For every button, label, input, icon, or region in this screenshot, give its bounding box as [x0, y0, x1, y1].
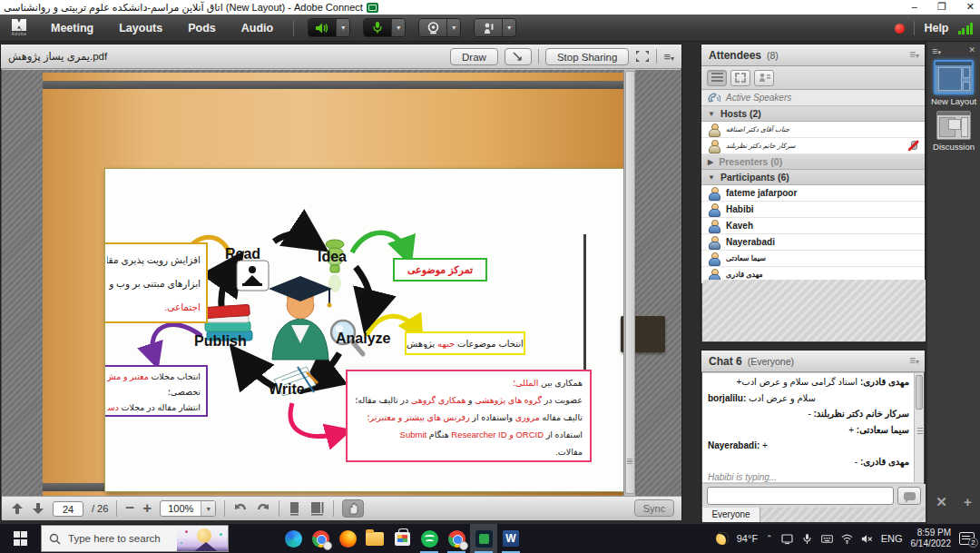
- draw-button[interactable]: Draw: [450, 48, 498, 65]
- fit-page-icon[interactable]: [288, 501, 301, 516]
- participant-icon: [708, 220, 720, 232]
- attendee-row[interactable]: Nayerabadi: [701, 234, 925, 251]
- taskbar-store-icon[interactable]: [388, 524, 416, 553]
- participants-section-header[interactable]: ▼ Participants (6): [701, 170, 925, 185]
- taskbar-spotify-icon[interactable]: [416, 524, 443, 553]
- chat-scrollbar[interactable]: [914, 373, 924, 482]
- menu-audio[interactable]: Audio: [229, 15, 286, 42]
- attendee-row-host-2[interactable]: سرکار خانم دکتر نظربلند: [701, 138, 925, 154]
- zoom-dropdown-icon[interactable]: ▾: [201, 501, 215, 516]
- close-button[interactable]: ✕: [966, 0, 975, 14]
- help-menu[interactable]: Help: [924, 22, 948, 35]
- next-page-button[interactable]: [32, 502, 44, 515]
- recording-indicator-icon[interactable]: [895, 24, 905, 34]
- attendee-row[interactable]: Habibi: [701, 202, 925, 218]
- close-pod-icon[interactable]: ✕: [936, 494, 947, 510]
- document-scrollbar-thumb[interactable]: [625, 71, 635, 494]
- zoom-out-button[interactable]: −: [125, 502, 134, 515]
- attendees-pod: Attendees (8) ≡▾: [701, 44, 926, 343]
- chat-tab-everyone[interactable]: Everyone: [702, 508, 760, 522]
- mic-button[interactable]: [364, 19, 391, 36]
- taskbar-edge-icon[interactable]: [279, 524, 307, 553]
- speaker-button[interactable]: [309, 19, 336, 36]
- previous-page-button[interactable]: [11, 502, 24, 515]
- zoom-in-button[interactable]: +: [142, 502, 152, 515]
- stage-label-analyze: Analyze: [336, 331, 390, 347]
- chat-scrollbar-thumb[interactable]: [916, 375, 923, 410]
- hosts-section-header[interactable]: ▼ Hosts (2): [701, 106, 925, 122]
- page-number-input[interactable]: 24: [53, 501, 83, 517]
- keyboard-layout-icon[interactable]: [821, 533, 833, 545]
- attendee-status-view-button[interactable]: [754, 70, 774, 86]
- chat-message: سیما سعادتی: +: [708, 425, 909, 435]
- chat-bubble-icon: [904, 492, 916, 500]
- pointer-tool-button[interactable]: [505, 48, 532, 65]
- weather-moon-icon[interactable]: [716, 532, 729, 545]
- menu-pods[interactable]: Pods: [175, 15, 229, 42]
- layout-thumbnail-new-layout[interactable]: [934, 60, 974, 94]
- hand-tool-button[interactable]: [342, 499, 364, 518]
- speaker-dropdown[interactable]: ▾: [336, 19, 349, 36]
- tablet-mode-icon[interactable]: [781, 533, 793, 545]
- taskbar-search[interactable]: Type here to search: [41, 525, 229, 552]
- attendee-name: مهدی قادری: [726, 271, 763, 279]
- network-signal-icon[interactable]: [841, 533, 853, 545]
- adobe-logo: Adobe: [0, 15, 38, 42]
- menu-layouts[interactable]: Layouts: [106, 15, 175, 42]
- attendee-grid-view-button[interactable]: [730, 70, 750, 86]
- attendee-name: جناب آقای دکتر اصنافه: [726, 125, 789, 133]
- start-button[interactable]: [0, 524, 41, 553]
- hidden-icons-chevron[interactable]: ⌃: [766, 534, 773, 543]
- share-pod-menu-icon[interactable]: ≡▾: [663, 50, 674, 64]
- attendee-name: سیما سعادتی: [726, 254, 766, 262]
- attendee-row-host-1[interactable]: جناب آقای دکتر اصنافه: [701, 122, 925, 138]
- mic-dropdown[interactable]: ▾: [391, 19, 405, 36]
- attendee-row[interactable]: fateme jafarpoor: [701, 185, 925, 202]
- taskbar-word-icon[interactable]: W: [497, 524, 524, 553]
- document-scrollbar[interactable]: [623, 70, 635, 497]
- layouts-menu-icon[interactable]: ≡▾: [932, 45, 941, 56]
- taskbar-chrome-profile-icon[interactable]: [443, 524, 470, 553]
- taskbar-file-explorer-icon[interactable]: [361, 524, 388, 553]
- taskbar-chrome-icon[interactable]: [307, 524, 334, 553]
- taskbar-firefox-icon[interactable]: [334, 524, 361, 553]
- stop-sharing-button[interactable]: Stop Sharing: [545, 48, 630, 65]
- attendee-list-view-button[interactable]: [707, 70, 727, 86]
- pdf-slide[interactable]: Read Idea Analyze Write Publish تمرکز مو…: [104, 168, 631, 492]
- redo-icon[interactable]: [256, 502, 270, 516]
- language-indicator[interactable]: ENG: [881, 533, 903, 544]
- fullscreen-icon[interactable]: [635, 50, 650, 63]
- connection-signal-icon[interactable]: [958, 22, 974, 35]
- fit-width-icon[interactable]: [309, 501, 325, 516]
- attendee-row[interactable]: سیما سعادتی: [701, 251, 925, 267]
- maximize-button[interactable]: ❐: [937, 0, 946, 14]
- menu-bar: Adobe Meeting Layouts Pods Audio ▾: [0, 15, 980, 42]
- chat-message: مهدی قادری: استاد گرامی سلام و عرض ادب+: [708, 377, 909, 387]
- attendees-empty-area: [702, 280, 926, 341]
- attendees-pod-menu-icon[interactable]: ≡▾: [909, 48, 919, 61]
- volume-muted-icon[interactable]: [861, 533, 873, 545]
- temperature-label[interactable]: 94°F: [737, 533, 758, 544]
- status-dropdown[interactable]: ▾: [502, 19, 515, 36]
- menu-meeting[interactable]: Meeting: [38, 15, 106, 42]
- raise-hand-button[interactable]: [475, 19, 502, 36]
- action-center-icon[interactable]: 2: [959, 532, 975, 545]
- chat-pod-menu-icon[interactable]: ≡▾: [909, 354, 919, 367]
- add-pod-icon[interactable]: +: [964, 494, 972, 510]
- layouts-close-icon[interactable]: ✕: [968, 45, 975, 54]
- attendee-row[interactable]: Kaveh: [701, 218, 925, 234]
- minimize-button[interactable]: –: [912, 0, 917, 14]
- undo-icon[interactable]: [233, 502, 248, 516]
- webcam-button[interactable]: [419, 19, 446, 36]
- tray-mic-icon[interactable]: [801, 533, 813, 545]
- webcam-dropdown[interactable]: ▾: [446, 19, 460, 36]
- presenters-section-header[interactable]: ▶ Presenters (0): [701, 154, 925, 170]
- chat-input[interactable]: [707, 487, 894, 505]
- layout-thumbnail-discussion[interactable]: [936, 111, 971, 140]
- participant-icon: [708, 252, 720, 264]
- zoom-level-select[interactable]: 100% ▾: [160, 500, 216, 517]
- taskbar-adobe-connect-icon[interactable]: [470, 524, 497, 553]
- send-message-button[interactable]: [897, 487, 921, 505]
- sync-button[interactable]: Sync: [634, 499, 674, 517]
- clock[interactable]: 8:59 PM 6/14/2022: [911, 528, 952, 549]
